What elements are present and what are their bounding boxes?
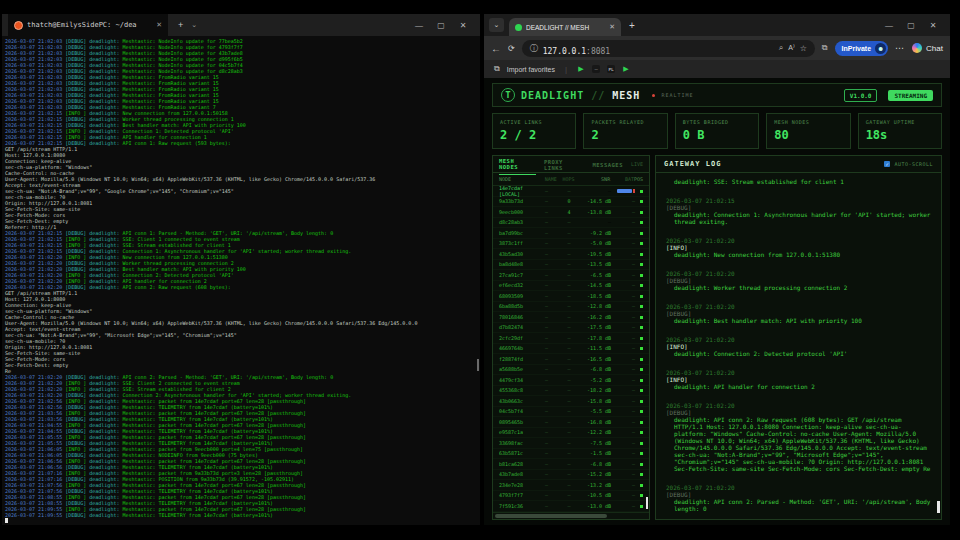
browser-tab[interactable]: DEADLIGHT // MESH ✕	[509, 18, 621, 36]
terminal-tab-dropdown-icon[interactable]: ⌄	[191, 21, 197, 29]
table-row[interactable]: a5688b5e——-6.8 dB—	[493, 365, 649, 376]
table-row[interactable]: d8c28ab3————	[493, 218, 649, 229]
position-dot-icon	[640, 494, 643, 497]
favorites-separator: |	[565, 65, 567, 74]
bookmark-favicon-2[interactable]: –	[592, 65, 600, 73]
chat-button[interactable]: Chat	[912, 43, 943, 53]
position-dot-icon	[640, 379, 643, 382]
browser-close-button[interactable]: ✕	[922, 21, 944, 30]
stat-card-active-links: ACTIVE LINKS 2 / 2	[492, 113, 576, 149]
dashboard-page: T DEADLIGHT // MESH REALTIME V1.0.0 STRE…	[484, 78, 950, 525]
table-row[interactable]: 9a33b73d—0-14.5 dB—	[493, 197, 649, 208]
browser-window-controls: — ▢ ✕	[878, 21, 944, 30]
gateway-log-body[interactable]: deadlight: SSE: Stream established for c…	[656, 173, 941, 519]
terminal-new-tab-button[interactable]: +	[178, 20, 183, 30]
table-row[interactable]: 2cfc29df——-17.8 dB—	[493, 333, 649, 344]
node-table-hscrollbar[interactable]	[493, 512, 649, 519]
read-aloud-icon[interactable]: A⁾	[788, 44, 794, 52]
terminal-tab[interactable]: thatch@EmilysSidePC: ~/dea ✕	[8, 14, 168, 36]
stat-card-gateway-uptime: GATEWAY UPTIME 18s	[858, 113, 942, 149]
table-row[interactable]: 9eecb000—4-13.8 dB—	[493, 207, 649, 218]
table-row[interactable]: 4669764b——-11.5 dB—	[493, 344, 649, 355]
terminal-close-button[interactable]: ✕	[452, 21, 474, 30]
position-dot-icon	[640, 431, 643, 434]
node-table-vscrollbar-thumb[interactable]	[646, 497, 648, 509]
collections-icon[interactable]: ⧉	[822, 43, 828, 53]
terminal-minimize-button[interactable]: —	[408, 21, 430, 30]
table-row[interactable]: 3873c1ff——-5.0 dB—	[493, 239, 649, 250]
browser-menu-icon[interactable]: ⋯	[895, 43, 905, 53]
table-row[interactable]: 7f591c36——-13.0 dB—	[493, 501, 649, 512]
browser-minimize-button[interactable]: —	[878, 21, 900, 30]
position-dot-icon	[640, 284, 643, 287]
log-scrollbar-thumb[interactable]	[937, 501, 940, 513]
table-row[interactable]: 234e7e28——-13.2 dB—	[493, 480, 649, 491]
table-row[interactable]: b81ca628——-6.8 dB—	[493, 459, 649, 470]
terminal-maximize-button[interactable]: ▢	[430, 21, 452, 30]
table-row[interactable]: f28874fd——-16.5 dB—	[493, 354, 649, 365]
col-hops: HOPS	[561, 176, 577, 182]
table-row[interactable]: 43b5ad30——-19.5 dB—	[493, 249, 649, 260]
table-row[interactable]: 6ba88d5b——-12.8 dB—	[493, 302, 649, 313]
table-row[interactable]: d7b82474——-17.5 dB—	[493, 323, 649, 334]
tab-search-chevron-icon[interactable]: ⌄	[489, 18, 504, 32]
copilot-chat-icon	[912, 43, 922, 53]
refresh-icon[interactable]: ⟳	[508, 44, 515, 53]
table-row[interactable]: e9587c1a——-12.2 dB—	[493, 428, 649, 439]
node-table-body[interactable]: 14e7cdaf [LOCAL]———9a33b73d—0-14.5 dB—9e…	[493, 186, 649, 512]
table-row[interactable]: 63b5871c——-1.5 dB—	[493, 449, 649, 460]
auto-scroll-checkbox[interactable]: ✓	[884, 161, 890, 167]
table-row[interactable]: 14e7cdaf [LOCAL]———	[493, 186, 649, 197]
table-row[interactable]: 78016846——-16.2 dB—	[493, 312, 649, 323]
table-row[interactable]: 4479cf34——-5.2 dB—	[493, 375, 649, 386]
bookmark-favicon-4[interactable]: ▶	[622, 65, 630, 73]
table-row[interactable]: ef6ecd32——-14.5 dB—	[493, 281, 649, 292]
stat-value: 0 B	[683, 128, 751, 142]
tab-proxy-links[interactable]: PROXY LINKS	[544, 154, 585, 175]
position-dot-icon	[640, 368, 643, 371]
back-icon[interactable]: ←	[491, 43, 501, 54]
terminal-output[interactable]: 2026-03-07 21:02:03 [DEBUG] deadlight: M…	[2, 36, 480, 525]
table-row[interactable]: 68093509——-18.5 dB—	[493, 291, 649, 302]
tab-mesh-nodes[interactable]: MESH NODES	[499, 153, 536, 175]
search-icon[interactable]: ⌕	[779, 43, 783, 53]
browser-maximize-button[interactable]: ▢	[900, 21, 922, 30]
browser-new-tab-button[interactable]: +	[629, 20, 635, 31]
table-row[interactable]: ba8d48e8——-13.5 dB—	[493, 260, 649, 271]
gateway-log-panel: GATEWAY LOG ✓ AUTO-SCROLL deadlight: SSE…	[655, 155, 942, 520]
table-row[interactable]: 0895465b——-16.8 dB—	[493, 417, 649, 428]
bookmark-favicon-1[interactable]: ▶	[577, 65, 585, 73]
bookmark-favicon-3[interactable]: PL	[607, 65, 615, 73]
import-favorites-label[interactable]: Import favorites	[507, 66, 555, 73]
position-dot-icon	[640, 316, 643, 319]
table-row[interactable]: 33698fac——-7.5 dB—	[493, 438, 649, 449]
terminal-app-icon	[14, 21, 23, 30]
position-dot-icon	[640, 274, 643, 277]
table-row[interactable]: 27ca91c7——-6.5 dB—	[493, 270, 649, 281]
browser-tab-close-icon[interactable]: ✕	[609, 23, 615, 31]
stat-card-mesh-nodes: MESH NODES 80	[766, 113, 850, 149]
position-dot-icon	[640, 221, 643, 224]
table-row[interactable]: 4793f7f7——-10.5 dB—	[493, 491, 649, 502]
import-favorites-icon[interactable]: ⧉	[494, 64, 500, 74]
position-dot-icon	[640, 200, 643, 203]
table-row[interactable]: 04c5b7f4——-5.5 dB—	[493, 407, 649, 418]
table-row[interactable]: 43b0663c——-15.8 dB—	[493, 396, 649, 407]
inprivate-badge[interactable]: InPrivate ☻	[835, 41, 889, 56]
auto-scroll-label: AUTO-SCROLL	[894, 161, 933, 167]
hscrollbar-thumb[interactable]	[495, 514, 607, 518]
table-row[interactable]: 43b7ade8——-15.2 dB—	[493, 470, 649, 481]
address-bar[interactable]: ⓘ 127.0.0.1:8081 ⌕ A⁾ ☆	[522, 40, 815, 57]
table-row[interactable]: ba7d99bc——-9.2 dB—	[493, 228, 649, 239]
terminal-scrollbar-thumb[interactable]	[477, 359, 479, 371]
nodes-panel-tabs: MESH NODES PROXY LINKS MESSAGES LIVE	[493, 156, 649, 173]
position-dot-icon	[640, 337, 643, 340]
brand-primary: DEADLIGHT	[521, 90, 584, 101]
favorite-star-icon[interactable]: ☆	[800, 44, 807, 53]
gateway-log-title: GATEWAY LOG	[664, 160, 721, 168]
terminal-tab-close-icon[interactable]: ✕	[156, 21, 162, 29]
table-row[interactable]: 455368c8——-18.2 dB—	[493, 386, 649, 397]
tab-messages[interactable]: MESSAGES	[592, 157, 623, 172]
browser-tab-strip: ⌄ DEADLIGHT // MESH ✕ + — ▢ ✕	[484, 14, 950, 36]
site-info-icon[interactable]: ⓘ	[530, 43, 538, 54]
